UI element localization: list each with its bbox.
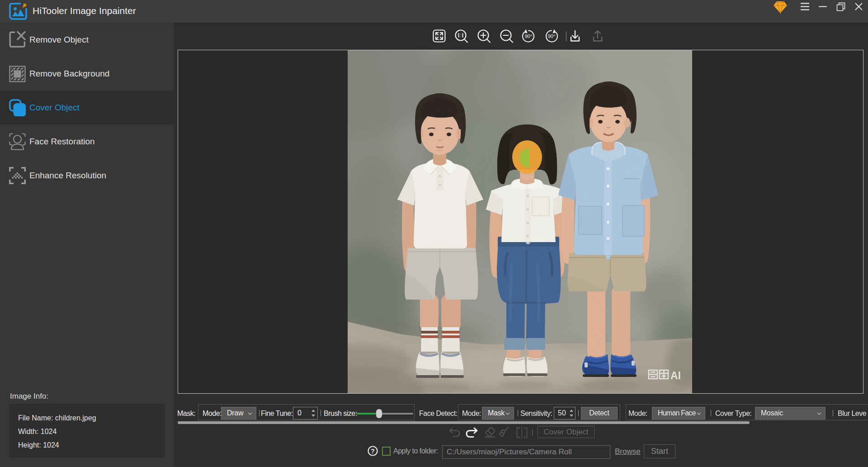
svg-text:90°: 90° xyxy=(525,33,533,39)
svg-text:?: ? xyxy=(371,448,375,455)
svg-text:AI: AI xyxy=(670,370,681,381)
svg-text:90°: 90° xyxy=(548,33,556,39)
